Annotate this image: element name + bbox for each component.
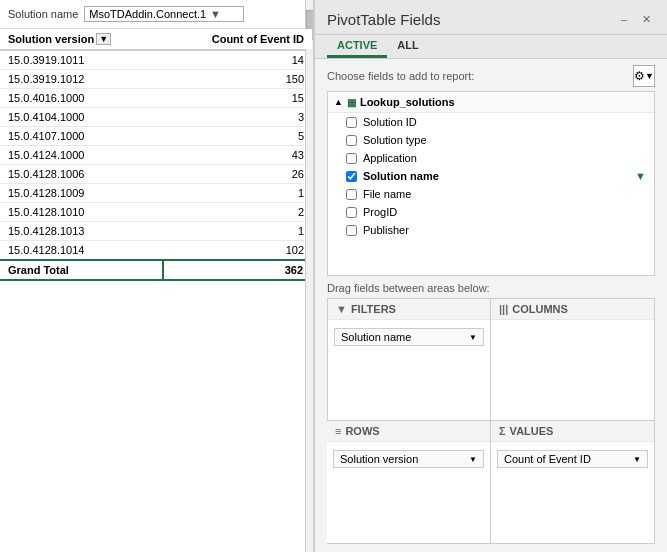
area-values-header: Σ VALUES <box>491 421 654 442</box>
field-checkbox[interactable] <box>346 171 357 182</box>
count-cell: 15 <box>163 89 312 108</box>
close-button[interactable]: ✕ <box>637 10 655 28</box>
filters-field-name: Solution name <box>341 331 411 343</box>
columns-area-icon: ||| <box>499 303 508 315</box>
drag-label: Drag fields between areas below: <box>315 276 667 298</box>
field-item[interactable]: Application <box>328 149 654 167</box>
count-cell: 2 <box>163 203 312 222</box>
version-cell: 15.0.4128.1009 <box>0 184 163 203</box>
field-label: Solution ID <box>363 116 417 128</box>
values-pill-arrow: ▼ <box>633 455 641 464</box>
tab-all[interactable]: ALL <box>387 35 428 58</box>
gear-button[interactable]: ⚙ ▼ <box>633 65 655 87</box>
field-checkbox[interactable] <box>346 207 357 218</box>
grand-total-value: 362 <box>163 260 312 280</box>
pivot-table-panel: Solution name MsoTDAddin.Connect.1 ▼ Sol… <box>0 0 315 552</box>
table-row: 15.0.4107.1000 5 <box>0 127 312 146</box>
values-field-pill[interactable]: Count of Event ID ▼ <box>497 450 648 468</box>
count-cell: 1 <box>163 184 312 203</box>
area-values: Σ VALUES Count of Event ID ▼ <box>491 421 655 544</box>
area-rows-label: ROWS <box>345 425 379 437</box>
field-checkbox[interactable] <box>346 135 357 146</box>
rows-field-pill[interactable]: Solution version ▼ <box>333 450 484 468</box>
scrollbar[interactable] <box>305 0 313 552</box>
field-item[interactable]: Solution ID <box>328 113 654 131</box>
version-cell: 15.0.3919.1011 <box>0 50 163 70</box>
fields-header: PivotTable Fields – ✕ <box>315 0 667 35</box>
pivot-filter-label: Solution name <box>8 8 78 20</box>
pivot-filter-dropdown-arrow: ▼ <box>210 8 239 20</box>
count-cell: 102 <box>163 241 312 261</box>
field-label: Solution type <box>363 134 427 146</box>
field-item[interactable]: Solution type <box>328 131 654 149</box>
field-item[interactable]: File name <box>328 185 654 203</box>
area-filters: ▼ FILTERS Solution name ▼ <box>327 298 491 421</box>
field-item[interactable]: ProgID <box>328 203 654 221</box>
area-rows-header: ≡ ROWS <box>327 421 490 442</box>
field-checkbox[interactable] <box>346 225 357 236</box>
pivot-table: Solution version ▼ Count of Event ID 15.… <box>0 29 313 552</box>
header-controls: – ✕ <box>615 10 655 28</box>
version-cell: 15.0.4104.1000 <box>0 108 163 127</box>
expand-icon[interactable]: ▲ <box>334 97 343 107</box>
tab-active[interactable]: ACTIVE <box>327 35 387 58</box>
table-row: 15.0.3919.1012 150 <box>0 70 312 89</box>
table-row: 15.0.4128.1009 1 <box>0 184 312 203</box>
filter-area-icon: ▼ <box>336 303 347 315</box>
rows-field-name: Solution version <box>340 453 418 465</box>
field-checkbox[interactable] <box>346 153 357 164</box>
field-label: Solution name <box>363 170 439 182</box>
rows-area-icon: ≡ <box>335 425 341 437</box>
area-rows: ≡ ROWS Solution version ▼ <box>327 421 491 544</box>
field-label: ProgID <box>363 206 397 218</box>
minimize-button[interactable]: – <box>615 10 633 28</box>
rows-pill-arrow: ▼ <box>469 455 477 464</box>
area-columns-header: ||| COLUMNS <box>491 299 654 320</box>
count-cell: 5 <box>163 127 312 146</box>
table-icon: ▦ <box>347 97 356 108</box>
count-cell: 14 <box>163 50 312 70</box>
table-row: 15.0.4104.1000 3 <box>0 108 312 127</box>
area-values-label: VALUES <box>510 425 554 437</box>
field-checkbox[interactable] <box>346 117 357 128</box>
field-label: Publisher <box>363 224 409 236</box>
grand-total-row: Grand Total 362 <box>0 260 312 280</box>
area-columns-label: COLUMNS <box>512 303 568 315</box>
table-row: 15.0.4128.1014 102 <box>0 241 312 261</box>
choose-label: Choose fields to add to report: <box>327 70 474 82</box>
col-header-count: Count of Event ID <box>163 29 312 50</box>
version-cell: 15.0.4107.1000 <box>0 127 163 146</box>
area-filters-header: ▼ FILTERS <box>328 299 490 320</box>
area-rows-content: Solution version ▼ <box>327 442 490 543</box>
field-item[interactable]: Solution name ▼ <box>328 167 654 185</box>
area-values-content: Count of Event ID ▼ <box>491 442 654 543</box>
count-cell: 43 <box>163 146 312 165</box>
field-item[interactable]: Publisher <box>328 221 654 239</box>
field-label: File name <box>363 188 411 200</box>
table-row: 15.0.3919.1011 14 <box>0 50 312 70</box>
version-cell: 15.0.4128.1010 <box>0 203 163 222</box>
area-filters-content: Solution name ▼ <box>328 320 490 420</box>
pivot-filter-dropdown[interactable]: MsoTDAddin.Connect.1 ▼ <box>84 6 244 22</box>
count-cell: 26 <box>163 165 312 184</box>
version-cell: 15.0.4128.1013 <box>0 222 163 241</box>
field-filter-icon: ▼ <box>635 170 646 182</box>
areas-grid: ▼ FILTERS Solution name ▼ ||| COLUMNS ≡ … <box>327 298 655 544</box>
fields-panel-title: PivotTable Fields <box>327 11 440 28</box>
table-row: 15.0.4016.1000 15 <box>0 89 312 108</box>
version-filter-icon[interactable]: ▼ <box>96 33 111 45</box>
choose-label-row: Choose fields to add to report: ⚙ ▼ <box>315 59 667 91</box>
filters-field-pill[interactable]: Solution name ▼ <box>334 328 484 346</box>
pivot-filter-value: MsoTDAddin.Connect.1 <box>89 8 206 20</box>
table-row: 15.0.4124.1000 43 <box>0 146 312 165</box>
version-cell: 15.0.4124.1000 <box>0 146 163 165</box>
values-area-icon: Σ <box>499 425 506 437</box>
field-checkbox[interactable] <box>346 189 357 200</box>
values-field-name: Count of Event ID <box>504 453 591 465</box>
version-cell: 15.0.4128.1006 <box>0 165 163 184</box>
fields-list-items: Solution ID Solution type Application So… <box>328 113 654 239</box>
filters-pill-arrow: ▼ <box>469 333 477 342</box>
count-cell: 1 <box>163 222 312 241</box>
count-cell: 150 <box>163 70 312 89</box>
area-columns: ||| COLUMNS <box>491 298 655 421</box>
